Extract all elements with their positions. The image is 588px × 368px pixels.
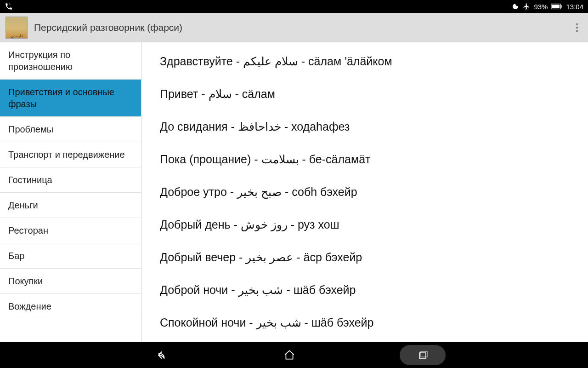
battery-percent: 93% [534,3,548,11]
svg-rect-3 [561,5,562,8]
svg-rect-2 [552,5,560,8]
svg-rect-4 [419,353,426,358]
sidebar-item-4[interactable]: Гостиница [0,167,141,193]
navigation-bar [0,342,588,368]
content-pane: Здравствуйте - سلام عليكم - сäлам 'äлäйк… [141,42,588,342]
svg-rect-5 [421,351,427,357]
sidebar-item-8[interactable]: Покупки [0,269,141,294]
app-icon: فارسی [6,17,28,39]
airplane-icon [523,3,530,10]
phrase-row[interactable]: Здравствуйте - سلام عليكم - сäлам 'äлäйк… [160,53,570,69]
recent-apps-button[interactable] [400,345,446,365]
phrase-row[interactable]: Доброй ночи - شب بخير - шäб бэхейр [160,282,570,298]
sidebar-item-0[interactable]: Инструкция по произношению [0,42,141,80]
status-bar: 1 93% 13:04 [0,0,588,13]
clock: 13:04 [566,3,583,11]
call-forward-icon: 1 [5,2,13,11]
sidebar-item-5[interactable]: Деньги [0,193,141,218]
sidebar-item-7[interactable]: Бар [0,243,141,269]
battery-icon [551,3,562,10]
back-button[interactable] [142,346,179,364]
sidebar-item-3[interactable]: Транспорт и передвижение [0,142,141,167]
phrase-row[interactable]: Спокойной ночи - شب بخير - шäб бэхейр [160,315,570,331]
sidebar-item-9[interactable]: Вождение [0,294,141,319]
phrase-row[interactable]: До свидания - خداحافظ - ходаhафез [160,119,570,135]
overflow-menu-button[interactable] [571,23,582,32]
app-bar: فارسی Персидский разговорник (фарси) [0,13,588,42]
sidebar-item-6[interactable]: Ресторан [0,218,141,243]
sidebar-item-2[interactable]: Проблемы [0,117,141,142]
phrase-row[interactable]: Привет - سلام - сäлам [160,86,570,102]
phrase-row[interactable]: Доброе утро - صبح بخير - собh бэхейр [160,184,570,200]
home-button[interactable] [271,346,308,364]
svg-text:1: 1 [9,2,11,6]
app-title: Персидский разговорник (фарси) [34,22,571,33]
phrase-row[interactable]: Добрый день - روز خوش - руз хош [160,217,570,233]
moon-icon [512,3,519,10]
sidebar-item-1[interactable]: Приветствия и основные фразы [0,80,141,117]
sidebar: Инструкция по произношениюПриветствия и … [0,42,141,342]
phrase-row[interactable]: Добрый вечер - عصر بخير - äср бэхейр [160,249,570,265]
phrase-row[interactable]: Пока (прощание) - بسلامت - бе-сäламäт [160,151,570,167]
